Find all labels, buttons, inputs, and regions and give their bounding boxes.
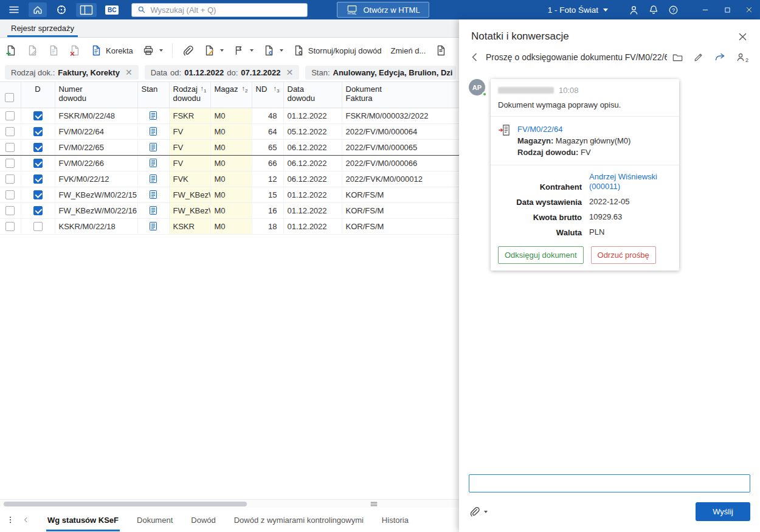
delete-document-icon bbox=[69, 44, 81, 57]
close-window-button[interactable] bbox=[738, 0, 760, 19]
column-header-stan[interactable]: Stan bbox=[137, 82, 169, 108]
chevron-down-icon bbox=[280, 49, 283, 52]
horizontal-scrollbar[interactable] bbox=[0, 499, 459, 508]
korekta-button[interactable]: Korekta bbox=[90, 44, 133, 57]
column-header-nd[interactable]: ND↑3 bbox=[252, 82, 283, 108]
search-input[interactable] bbox=[150, 5, 302, 15]
column-header-magaz[interactable]: Magaz↑2 bbox=[210, 82, 252, 108]
column-header-d[interactable]: D bbox=[21, 82, 55, 108]
minimize-button[interactable] bbox=[694, 0, 716, 19]
d-checkbox[interactable] bbox=[33, 143, 43, 152]
workspace-button[interactable] bbox=[72, 0, 101, 19]
bottom-tab-historia[interactable]: Historia bbox=[381, 509, 410, 531]
back-icon[interactable] bbox=[469, 51, 481, 63]
open-html-button[interactable]: HTML Otwórz w HTML bbox=[337, 2, 429, 18]
cell-numer: FVK/M0/22/12 bbox=[55, 171, 137, 187]
delete-document-button[interactable] bbox=[69, 44, 81, 57]
column-options-icon[interactable] bbox=[370, 500, 378, 508]
row-select-checkbox[interactable] bbox=[5, 222, 15, 231]
row-select-checkbox[interactable] bbox=[5, 111, 15, 120]
maximize-button[interactable] bbox=[716, 0, 738, 19]
global-search[interactable] bbox=[131, 3, 308, 17]
bottom-tab-dowod[interactable]: Dowód bbox=[190, 509, 216, 531]
company-selector[interactable]: 1 - Foto Świat bbox=[548, 5, 608, 15]
folder-icon[interactable] bbox=[672, 52, 683, 63]
d-checkbox[interactable] bbox=[33, 111, 43, 120]
d-checkbox[interactable] bbox=[33, 190, 43, 199]
table-row[interactable]: FV/M0/22/65 FV M0 65 06.12.2022 2022/FV/… bbox=[0, 139, 459, 155]
main-menu-button[interactable] bbox=[4, 0, 24, 19]
tab-rejestr-sprzedazy[interactable]: Rejestr sprzedaży bbox=[7, 20, 78, 37]
cell-numer: FV/M0/22/64 bbox=[55, 123, 137, 139]
filter-chip-state[interactable]: Stan: Anulowany, Edycja, Brulion, Dzi bbox=[305, 66, 456, 80]
preview-document-button[interactable] bbox=[47, 44, 60, 57]
approve-button[interactable]: Odksięguj dokument bbox=[498, 246, 584, 264]
document-settings-button[interactable] bbox=[263, 44, 283, 57]
row-select-checkbox[interactable] bbox=[5, 127, 15, 136]
column-header-dokument[interactable]: DokumentFaktura bbox=[342, 82, 459, 108]
table-header-row: D Numerdowodu Stan Rodzaj↑1dowodu Magaz↑… bbox=[0, 82, 459, 108]
edit-icon[interactable] bbox=[693, 52, 704, 63]
bottom-tabbar: Wg statusów KSeF Dokument Dowód Dowód z … bbox=[0, 508, 459, 532]
bottom-tab-wg-statusow-ksef[interactable]: Wg statusów KSeF bbox=[46, 509, 120, 531]
document-link[interactable]: FV/M0/22/64 bbox=[517, 123, 630, 135]
select-all-checkbox[interactable] bbox=[5, 93, 14, 102]
row-select-checkbox[interactable] bbox=[5, 174, 15, 184]
edit-note-button[interactable] bbox=[203, 44, 224, 57]
bottom-tab-dokument[interactable]: Dokument bbox=[136, 509, 174, 531]
avatar-initials: AP bbox=[472, 84, 482, 91]
help-button[interactable]: ? bbox=[663, 0, 683, 19]
kontrahent-link[interactable]: Andrzej Wiśniewski (000011) bbox=[589, 172, 672, 192]
flag-button[interactable] bbox=[233, 44, 254, 57]
table-row[interactable]: FSKR/M0/22/48 FSKR M0 48 01.12.2022 FSKR… bbox=[0, 108, 459, 123]
print-button[interactable] bbox=[142, 44, 163, 57]
table-row[interactable]: FVK/M0/22/12 FVK M0 12 06.12.2022 2022/F… bbox=[0, 171, 459, 187]
message-input[interactable] bbox=[469, 474, 750, 492]
d-checkbox[interactable] bbox=[33, 206, 43, 215]
remove-filter-icon[interactable]: ✕ bbox=[283, 67, 295, 77]
close-panel-icon[interactable] bbox=[738, 32, 748, 42]
stornuj-button[interactable]: Stornuj/kopiuj dowód bbox=[292, 44, 382, 57]
row-select-checkbox[interactable] bbox=[5, 190, 15, 199]
dashboard-button[interactable] bbox=[51, 0, 72, 19]
tab-scroll-left-icon[interactable] bbox=[22, 516, 30, 524]
edit-document-button[interactable] bbox=[26, 44, 38, 57]
message-time: 10:08 bbox=[559, 86, 579, 95]
row-select-checkbox[interactable] bbox=[5, 206, 15, 215]
d-checkbox[interactable] bbox=[33, 127, 43, 136]
document-status-icon bbox=[148, 206, 158, 215]
column-header-numer[interactable]: Numerdowodu bbox=[55, 82, 137, 108]
table-row[interactable]: FW_KBezW/M0/22/15 FW_KBezW M0 15 01.12.2… bbox=[0, 187, 459, 202]
row-select-checkbox[interactable] bbox=[5, 159, 15, 168]
table-row[interactable]: FV/M0/22/66 FV M0 66 06.12.2022 2022/FV/… bbox=[0, 155, 459, 171]
more-documents-button[interactable] bbox=[435, 44, 447, 57]
zmien-button[interactable]: Zmień d... bbox=[391, 46, 426, 55]
remove-filter-icon[interactable]: ✕ bbox=[123, 67, 135, 77]
filter-chip-date[interactable]: Data od: 01.12.2022 do: 07.12.2022 ✕ bbox=[145, 65, 300, 80]
tab-menu-icon[interactable] bbox=[6, 515, 15, 525]
bottom-tab-dowod-wymiary[interactable]: Dowód z wymiarami kontrolingowymi bbox=[233, 509, 365, 531]
d-checkbox[interactable] bbox=[33, 174, 43, 184]
add-document-button[interactable] bbox=[5, 44, 17, 57]
bc-button[interactable]: BC bbox=[101, 0, 123, 19]
table-row[interactable]: FW_KBezW/M0/22/16 FW_KBezW M0 16 01.12.2… bbox=[0, 202, 459, 218]
notifications-button[interactable] bbox=[644, 0, 663, 19]
filter-chip-doc-type[interactable]: Rodzaj dok.: Faktury, Korekty ✕ bbox=[5, 65, 139, 80]
home-button[interactable] bbox=[24, 0, 51, 19]
column-header-rodzaj[interactable]: Rodzaj↑1dowodu bbox=[169, 82, 210, 108]
send-button[interactable]: Wyślij bbox=[696, 502, 750, 521]
attach-file-button[interactable] bbox=[469, 506, 488, 517]
scrollbar-thumb[interactable] bbox=[4, 502, 247, 506]
participants-icon[interactable]: 2 bbox=[736, 52, 750, 63]
table-row[interactable]: KSKR/M0/22/18 KSKR M0 18 01.12.2022 KOR/… bbox=[0, 218, 459, 234]
column-header-data[interactable]: Datadowodu bbox=[283, 82, 342, 108]
user-button[interactable] bbox=[624, 0, 644, 19]
d-checkbox[interactable] bbox=[33, 222, 43, 231]
d-checkbox[interactable] bbox=[33, 159, 43, 168]
share-icon[interactable] bbox=[714, 51, 726, 63]
row-select-checkbox[interactable] bbox=[5, 143, 15, 152]
attachments-button[interactable] bbox=[182, 44, 194, 57]
reject-button[interactable]: Odrzuć prośbę bbox=[591, 246, 656, 264]
table-row[interactable]: FV/M0/22/64 FV M0 64 05.12.2022 2022/FV/… bbox=[0, 123, 459, 139]
select-all-header[interactable] bbox=[0, 82, 21, 108]
